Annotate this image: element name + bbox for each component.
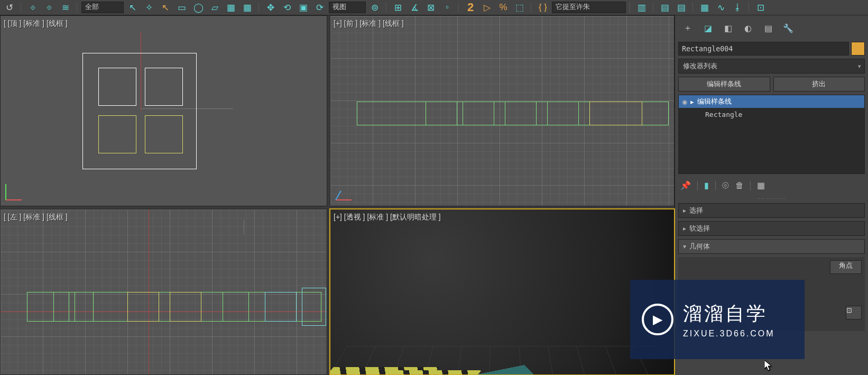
percent-icon[interactable]: %	[496, 1, 511, 14]
make-unique-icon[interactable]: ⦾	[722, 181, 729, 190]
link-icon[interactable]: ⟐	[25, 1, 40, 14]
filter-icon[interactable]: ▦	[240, 1, 255, 14]
snap-percent-icon[interactable]: ⊠	[423, 1, 438, 14]
modifier-stack[interactable]: ▸ 编辑样条线 Rectangle	[678, 95, 865, 174]
marquee-circle-icon[interactable]: ◯	[191, 1, 206, 14]
rollout-label: 几何体	[689, 242, 710, 251]
snap-move-icon[interactable]: ⊞	[391, 1, 405, 14]
expand-icon[interactable]: ▸	[690, 98, 694, 106]
utilities-tab-icon[interactable]: 🔧	[780, 21, 797, 35]
align-icon[interactable]: ▤	[658, 1, 672, 14]
tb-icon-1[interactable]: ↺	[2, 1, 17, 14]
chevron-right-icon: ▸	[683, 225, 686, 232]
hierarchy-tab-icon[interactable]: ◧	[719, 21, 736, 35]
display-tab-icon[interactable]: ▤	[760, 21, 777, 35]
vp-front-label: [+] [前 ] [标准 ] [线框 ]	[334, 19, 404, 29]
chevron-down-icon: ▾	[683, 243, 686, 250]
modifier-list-dropdown[interactable]: 修改器列表	[678, 59, 865, 74]
visibility-icon[interactable]	[682, 98, 687, 106]
show-end-result-icon[interactable]: ▮	[704, 180, 709, 190]
main-toolbar: ↺ │ ⟐ ⟐ ≋ │ 全部 ↖ ✧ ↖ ▭ ◯ ▱ ▦ ▦ │ ✥ ⟲ ▣ ⟳…	[0, 0, 868, 15]
chevron-right-icon: ▸	[683, 207, 686, 214]
remove-icon[interactable]: 🗑	[735, 181, 744, 190]
selection-set-dropdown[interactable]: 全部	[81, 2, 124, 13]
create-tab-icon[interactable]: ＋	[679, 21, 696, 35]
rollout-label: 软选择	[689, 224, 710, 233]
pin-icon[interactable]: 📌	[680, 180, 691, 190]
spinner-icon[interactable]: ⬚	[512, 1, 527, 14]
curve-icon[interactable]: ∿	[714, 1, 728, 14]
corner-button[interactable]: 角点	[830, 260, 862, 274]
named-sel-dropdown[interactable]: 它提至许朱	[552, 2, 626, 13]
bind-icon[interactable]: ≋	[58, 1, 73, 14]
drag-handle-icon[interactable]	[678, 197, 865, 200]
dl-icon[interactable]: ⭳	[730, 1, 745, 14]
graph-icon[interactable]: ▦	[697, 1, 712, 14]
fence-icon[interactable]: ▱	[207, 1, 222, 14]
rollout-soft-selection[interactable]: ▸ 软选择	[678, 221, 865, 236]
angle-icon[interactable]: ▷	[479, 1, 494, 14]
unlink-icon[interactable]: ⟐	[42, 1, 57, 14]
vp-top-label: [ [顶 ] [标准 ] [线框 ]	[4, 19, 68, 29]
panel-tabs: ＋ ◪ ◧ ◐ ▤ 🔧	[678, 17, 865, 39]
big-2-icon[interactable]: 2	[463, 1, 478, 14]
cursor-icon[interactable]: ↖	[125, 1, 140, 14]
watermark-overlay: ▶ 溜溜自学 ZIXUE.3D66.COM	[630, 280, 805, 359]
snap-angle-icon[interactable]: ∡	[407, 1, 422, 14]
spinner-snap-icon[interactable]: ▫	[440, 1, 455, 14]
rollout-selection[interactable]: ▸ 选择	[678, 203, 865, 218]
pivot-icon[interactable]: ⊚	[367, 1, 382, 14]
object-name-input[interactable]	[678, 42, 849, 56]
extrude-button[interactable]: 挤出	[773, 77, 865, 92]
scale-icon[interactable]: ▣	[296, 1, 311, 14]
object-color-swatch[interactable]	[851, 42, 865, 56]
stack-item-rectangle[interactable]: Rectangle	[679, 108, 864, 121]
mirror-icon[interactable]: ▥	[634, 1, 649, 14]
viewport-front[interactable]: [+] [前 ] [标准 ] [线框 ]	[330, 15, 675, 206]
stack-item-edit-spline[interactable]: ▸ 编辑样条线	[679, 95, 864, 108]
motion-tab-icon[interactable]: ◐	[740, 21, 756, 35]
viewport-top[interactable]: [ [顶 ] [标准 ] [线框 ]	[0, 15, 327, 206]
stack-tools: 📌 ▮ ⦾ 🗑 ▦	[678, 177, 865, 194]
edit-spline-button[interactable]: 编辑样条线	[678, 77, 770, 92]
script-icon[interactable]: { }	[535, 1, 550, 14]
configure-icon[interactable]: ▦	[757, 180, 765, 190]
viewports-area: [ [顶 ] [标准 ] [线框 ] [+] [前 ] [标准 ] [线框 ]	[0, 15, 675, 375]
watermark-url: ZIXUE.3D66.COM	[683, 329, 775, 339]
vp-persp-label: [+] [透视 ] [标准 ] [默认明暗处理 ]	[334, 213, 441, 222]
option-button[interactable]: ⊡	[846, 306, 862, 319]
stack-label: 编辑样条线	[697, 97, 732, 106]
material-icon[interactable]: ⊡	[753, 1, 768, 14]
window-crossing-icon[interactable]: ▦	[224, 1, 238, 14]
coord-sys-dropdown[interactable]: 视图	[329, 2, 366, 13]
rollout-geometry[interactable]: ▾ 几何体	[678, 239, 865, 254]
wand-icon[interactable]: ✧	[142, 1, 156, 14]
modify-tab-icon[interactable]: ◪	[699, 21, 716, 35]
viewport-left[interactable]: [ [左 ] [标准 ] [线框 ]	[0, 209, 327, 375]
place-icon[interactable]: ⟳	[312, 1, 327, 14]
play-circle-icon: ▶	[642, 304, 673, 335]
move-icon[interactable]: ✥	[263, 1, 278, 14]
watermark-title: 溜溜自学	[683, 301, 775, 327]
cursor-icon	[764, 360, 773, 372]
layer-icon[interactable]: ▤	[674, 1, 689, 14]
rotate-icon[interactable]: ⟲	[280, 1, 294, 14]
stack-label: Rectangle	[705, 111, 742, 118]
marquee-rect-icon[interactable]: ▭	[174, 1, 189, 14]
rollout-label: 选择	[689, 206, 703, 215]
axis-gizmo-top	[6, 179, 27, 200]
viewport-perspective[interactable]: [+] [透视 ] [标准 ] [默认明暗处理 ]	[330, 209, 675, 375]
floor-stripe-icon	[391, 370, 482, 375]
axis-gizmo-front	[336, 179, 357, 200]
vp-left-label: [ [左 ] [标准 ] [线框 ]	[4, 213, 68, 222]
cursor2-icon[interactable]: ↖	[158, 1, 173, 14]
